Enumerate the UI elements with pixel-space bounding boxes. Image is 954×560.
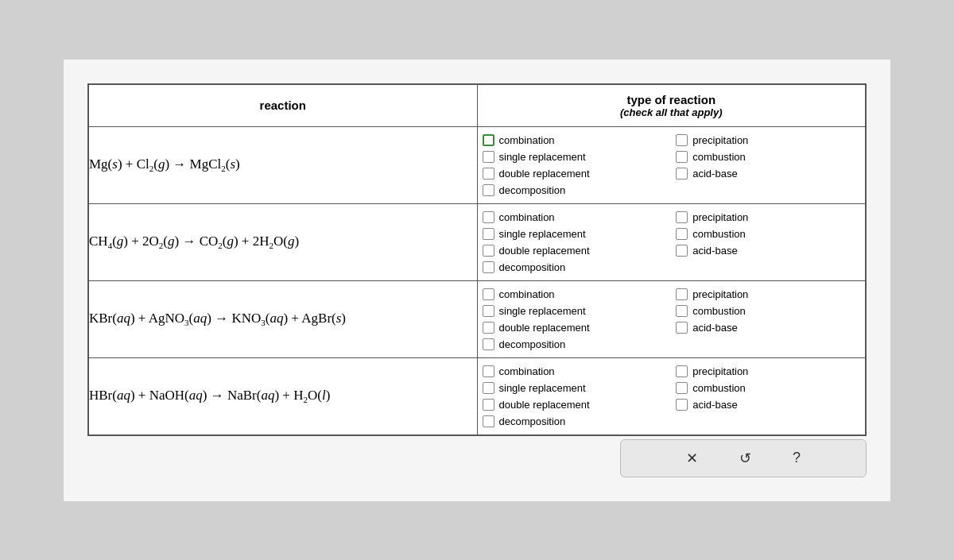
checkbox-item-decomposition[interactable]: decomposition [478,182,672,199]
checkbox-item-single-replacement[interactable]: single replacement [478,380,672,396]
checkbox-box-double-replacement[interactable] [483,245,494,257]
checkbox-label: combination [499,134,555,146]
page-wrapper: reaction type of reaction (check all tha… [64,60,890,501]
checkbox-grid: combinationprecipitationsingle replaceme… [478,204,866,280]
checkbox-label: single replacement [499,228,586,240]
checkbox-box-single-replacement[interactable] [483,305,494,317]
checkbox-box-precipitation[interactable] [676,211,688,223]
reaction-cell-2: KBr(aq) + AgNO3(aq) → KNO3(aq) + AgBr(s) [88,280,477,357]
checkbox-label: acid-base [692,168,737,180]
checkbox-item-precipitation[interactable]: precipitation [671,286,865,303]
checkbox-label: precipitation [692,211,748,223]
checkbox-label: double replacement [499,168,590,180]
checkbox-item-combination[interactable]: combination [478,363,672,380]
checkbox-grid: combinationprecipitationsingle replaceme… [478,281,866,357]
undo-button[interactable]: ↺ [733,446,758,470]
checkbox-item-combination[interactable]: combination [478,209,672,226]
checkbox-item-decomposition[interactable]: decomposition [478,413,672,430]
checkbox-item-combustion[interactable]: combustion [671,303,865,319]
toolbar: ✕ ↺ ? [620,439,867,477]
checkbox-box-acid-base[interactable] [676,322,688,334]
checkbox-box-double-replacement[interactable] [483,399,494,411]
checkbox-item-empty [671,259,865,276]
checkbox-label: acid-base [692,322,737,334]
checkbox-item-precipitation[interactable]: precipitation [671,132,865,149]
content-wrapper: reaction type of reaction (check all tha… [87,83,867,477]
checkbox-item-combination[interactable]: combination [478,286,672,303]
checkbox-label: combustion [692,382,745,394]
checkbox-item-double-replacement[interactable]: double replacement [478,242,672,259]
checkbox-label: acid-base [692,245,737,257]
checkbox-item-combination[interactable]: combination [478,132,672,149]
table-row: KBr(aq) + AgNO3(aq) → KNO3(aq) + AgBr(s)… [88,280,866,357]
checkbox-box-combination[interactable] [483,134,494,146]
checkbox-item-combustion[interactable]: combustion [671,380,865,396]
checkbox-box-combustion[interactable] [676,305,688,317]
checkbox-label: single replacement [499,151,586,163]
checkbox-label: precipitation [692,365,748,377]
checkbox-box-combination[interactable] [483,365,494,377]
checkbox-item-double-replacement[interactable]: double replacement [478,319,672,336]
checkbox-grid: combinationprecipitationsingle replaceme… [478,358,866,434]
checkbox-label: double replacement [499,399,590,411]
table-row: Mg(s) + Cl2(g) → MgCl2(s)combinationprec… [88,126,866,203]
checkbox-box-precipitation[interactable] [676,134,688,146]
checkbox-item-precipitation[interactable]: precipitation [671,363,865,380]
checkbox-label: double replacement [499,245,590,257]
checkbox-label: single replacement [499,305,586,317]
checkbox-item-acid-base[interactable]: acid-base [671,165,865,182]
checkbox-box-single-replacement[interactable] [483,228,494,240]
checkbox-box-double-replacement[interactable] [483,322,494,334]
checkbox-box-decomposition[interactable] [483,415,494,427]
checkbox-label: combustion [692,228,745,240]
checkbox-box-acid-base[interactable] [676,399,688,411]
checkbox-item-double-replacement[interactable]: double replacement [478,165,672,182]
checkbox-item-single-replacement[interactable]: single replacement [478,226,672,242]
checkbox-item-empty [671,413,865,430]
checkbox-label: decomposition [499,415,566,427]
checkbox-box-combination[interactable] [483,211,494,223]
checkboxes-cell-3: combinationprecipitationsingle replaceme… [477,357,866,435]
close-button[interactable]: ✕ [680,446,704,470]
checkbox-label: decomposition [499,338,566,350]
checkbox-box-double-replacement[interactable] [483,168,494,180]
checkbox-box-single-replacement[interactable] [483,382,494,394]
checkbox-label: single replacement [499,382,586,394]
checkbox-label: combustion [692,151,745,163]
help-button[interactable]: ? [786,446,807,469]
checkbox-item-single-replacement[interactable]: single replacement [478,303,672,319]
checkbox-box-combustion[interactable] [676,151,688,163]
checkbox-label: double replacement [499,322,590,334]
checkbox-item-empty [671,336,865,353]
checkbox-item-precipitation[interactable]: precipitation [671,209,865,226]
checkbox-box-decomposition[interactable] [483,338,494,350]
checkbox-grid: combinationprecipitationsingle replaceme… [478,127,866,203]
checkbox-item-decomposition[interactable]: decomposition [478,336,672,353]
reaction-cell-3: HBr(aq) + NaOH(aq) → NaBr(aq) + H2O(l) [88,357,477,435]
checkbox-label: acid-base [692,399,737,411]
table-row: HBr(aq) + NaOH(aq) → NaBr(aq) + H2O(l)co… [88,357,866,435]
checkbox-item-combustion[interactable]: combustion [671,149,865,165]
reaction-table: reaction type of reaction (check all tha… [87,83,867,436]
checkbox-box-single-replacement[interactable] [483,151,494,163]
checkbox-item-acid-base[interactable]: acid-base [671,242,865,259]
checkbox-item-double-replacement[interactable]: double replacement [478,396,672,413]
checkbox-box-combustion[interactable] [676,382,688,394]
table-row: CH4(g) + 2O2(g) → CO2(g) + 2H2O(g)combin… [88,203,866,280]
checkbox-item-acid-base[interactable]: acid-base [671,396,865,413]
checkboxes-cell-1: combinationprecipitationsingle replaceme… [477,203,866,280]
checkbox-item-combustion[interactable]: combustion [671,226,865,242]
checkbox-box-acid-base[interactable] [676,168,688,180]
checkbox-box-decomposition[interactable] [483,184,494,196]
checkbox-item-decomposition[interactable]: decomposition [478,259,672,276]
checkbox-item-acid-base[interactable]: acid-base [671,319,865,336]
checkbox-box-combination[interactable] [483,288,494,300]
checkbox-item-single-replacement[interactable]: single replacement [478,149,672,165]
type-column-header: type of reaction (check all that apply) [477,84,866,127]
checkbox-box-decomposition[interactable] [483,261,494,273]
checkbox-box-acid-base[interactable] [676,245,688,257]
checkbox-box-precipitation[interactable] [676,288,688,300]
checkbox-label: combination [499,211,555,223]
checkbox-box-precipitation[interactable] [676,365,688,377]
checkbox-box-combustion[interactable] [676,228,688,240]
